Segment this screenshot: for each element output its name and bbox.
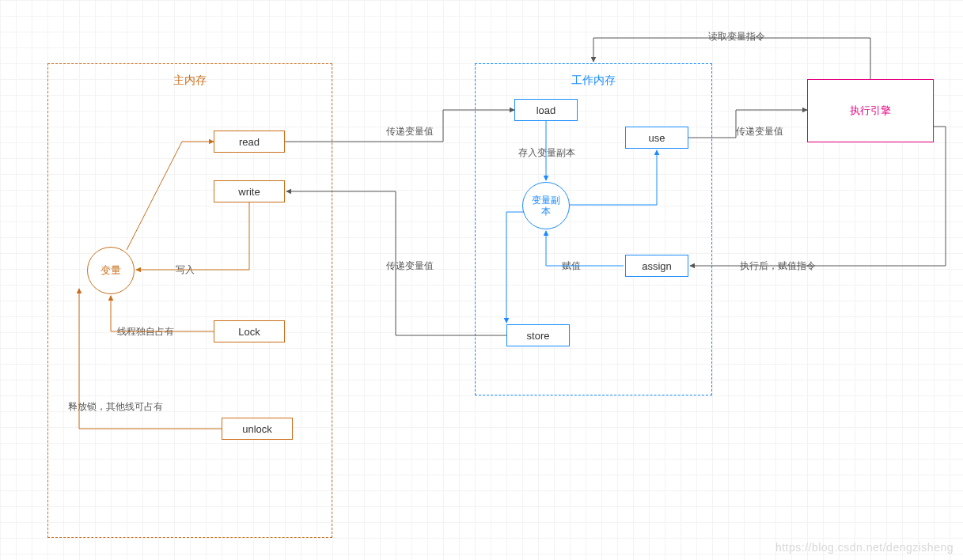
main-memory-title: 主内存	[48, 74, 332, 88]
main-memory-container: 主内存	[47, 63, 332, 538]
label-release: 释放锁，其他线可占有	[68, 400, 163, 414]
use-box: use	[625, 127, 688, 149]
label-pass-value-1: 传递变量值	[386, 125, 434, 138]
lock-label: Lock	[238, 326, 260, 338]
label-pass-value-3: 传递变量值	[736, 125, 783, 138]
unlock-box: unlock	[222, 418, 293, 440]
load-box: load	[514, 99, 578, 121]
execution-engine-label: 执行引擎	[850, 104, 891, 118]
label-after-exec: 执行后，赋值指令	[740, 259, 816, 273]
label-thread-owns: 线程独自占有	[117, 325, 174, 339]
working-memory-title: 工作内存	[476, 74, 711, 88]
label-store-copy: 存入变量副本	[518, 146, 575, 160]
label-assign-val: 赋值	[562, 259, 581, 273]
read-box: read	[214, 131, 285, 153]
load-label: load	[536, 104, 556, 116]
read-label: read	[239, 136, 260, 148]
execution-engine-box: 执行引擎	[807, 79, 934, 142]
store-box: store	[506, 324, 570, 346]
write-label: write	[238, 186, 260, 198]
label-write-in: 写入	[176, 263, 195, 277]
label-read-instr: 读取变量指令	[708, 30, 765, 44]
variable-label: 变量	[100, 264, 121, 277]
variable-copy-label: 变量副 本	[532, 195, 560, 218]
assign-box: assign	[625, 255, 688, 277]
watermark: https://blog.csdn.net/dengzisheng	[775, 541, 954, 554]
write-box: write	[214, 180, 285, 202]
store-label: store	[527, 330, 550, 342]
variable-copy-circle: 变量副 本	[522, 182, 570, 229]
label-pass-value-2: 传递变量值	[386, 259, 434, 273]
variable-circle: 变量	[87, 247, 135, 294]
lock-box: Lock	[214, 320, 285, 342]
unlock-label: unlock	[242, 423, 272, 435]
use-label: use	[649, 132, 665, 144]
assign-label: assign	[642, 260, 672, 272]
